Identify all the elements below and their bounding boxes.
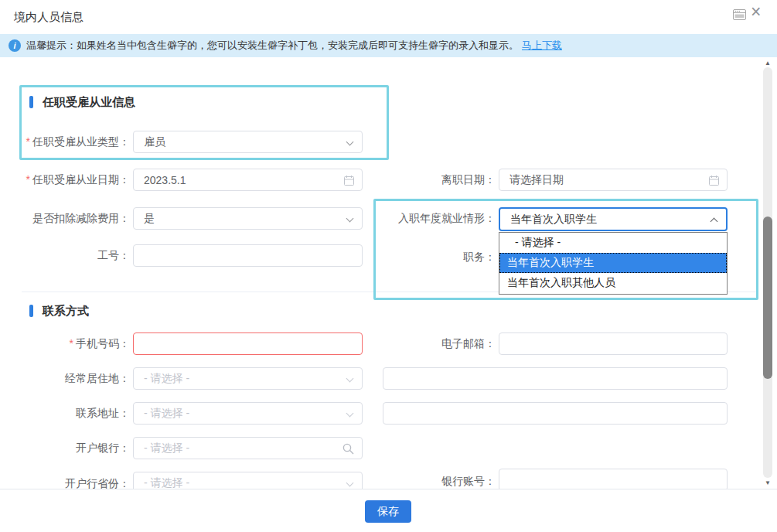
chevron-down-icon xyxy=(346,375,354,383)
calendar-icon xyxy=(708,175,720,189)
contact-address-label: 联系地址： xyxy=(15,407,130,421)
work-no-input[interactable] xyxy=(133,244,363,267)
position-label: 职务： xyxy=(371,251,496,264)
deduct-fee-value: 是 xyxy=(144,212,155,226)
employment-date-label: *任职受雇从业日期： xyxy=(15,173,130,187)
entry-year-case-select[interactable]: 当年首次入职学生 xyxy=(499,207,728,231)
deduct-fee-select[interactable]: 是 xyxy=(133,207,363,230)
entry-year-case-value: 当年首次入职学生 xyxy=(510,213,597,227)
contact-address-detail-input[interactable] xyxy=(383,402,728,425)
resign-date-input[interactable]: 请选择日期 xyxy=(499,169,728,191)
close-icon[interactable]: × xyxy=(751,3,761,21)
chevron-up-icon xyxy=(711,218,718,226)
contact-section-title: 联系方式 xyxy=(43,304,89,319)
search-icon xyxy=(342,442,355,458)
bank-province-select[interactable]: - 请选择 - xyxy=(133,472,363,489)
bank-account-input[interactable] xyxy=(499,469,728,489)
notice-text: 温馨提示：如果姓名当中包含生僻字的，您可以安装生僻字补丁包，安装完成后即可支持生… xyxy=(26,39,519,53)
contact-address-select[interactable]: - 请选择 - xyxy=(133,402,363,425)
form-scroll-area: 任职受雇从业信息 *任职受雇从业类型： 雇员 *任职受雇从业日期： 2023.5… xyxy=(0,57,777,489)
employment-date-input[interactable]: 2023.5.1 xyxy=(133,169,363,191)
email-label: 电子邮箱： xyxy=(371,337,496,351)
work-no-label: 工号： xyxy=(15,249,130,263)
bank-province-placeholder: - 请选择 - xyxy=(144,476,189,489)
employment-date-value: 2023.5.1 xyxy=(144,174,186,186)
save-button[interactable]: 保存 xyxy=(365,500,411,523)
mobile-input[interactable] xyxy=(133,332,363,355)
employment-type-label: *任职受雇从业类型： xyxy=(15,135,130,149)
dropdown-option[interactable]: - 请选择 - xyxy=(499,233,727,253)
calendar-icon xyxy=(343,175,355,189)
bank-label: 开户银行： xyxy=(15,442,130,455)
dialog-titlebar: 境内人员信息 × xyxy=(0,0,777,34)
residence-detail-input[interactable] xyxy=(383,367,728,390)
dialog-title: 境内人员信息 xyxy=(14,10,83,25)
required-asterisk: * xyxy=(26,173,30,186)
mobile-label: *手机号码： xyxy=(15,337,130,351)
bank-placeholder: - 请选择 - xyxy=(144,442,189,455)
section-bar xyxy=(29,96,33,108)
dropdown-option-selected[interactable]: 当年首次入职学生 xyxy=(499,253,727,273)
chevron-down-icon xyxy=(346,479,354,487)
deduct-fee-label: 是否扣除减除费用： xyxy=(15,212,130,226)
download-link[interactable]: 马上下载 xyxy=(522,39,562,53)
bank-search-input[interactable]: - 请选择 - xyxy=(133,437,363,459)
scroll-down-icon[interactable]: ▼ xyxy=(763,479,772,486)
residence-placeholder: - 请选择 - xyxy=(144,372,189,386)
contact-address-placeholder: - 请选择 - xyxy=(144,407,189,421)
chevron-down-icon xyxy=(346,410,354,418)
residence-select[interactable]: - 请选择 - xyxy=(133,367,363,390)
employment-type-value: 雇员 xyxy=(144,135,165,149)
email-input[interactable] xyxy=(499,332,728,355)
resign-date-placeholder: 请选择日期 xyxy=(509,173,564,187)
required-asterisk: * xyxy=(70,337,73,350)
chevron-down-icon xyxy=(346,215,354,223)
scrollbar-thumb[interactable] xyxy=(763,217,772,379)
dropdown-option[interactable]: 当年首次入职其他人员 xyxy=(499,273,727,293)
section-bar xyxy=(29,305,33,317)
notice-banner: i 温馨提示：如果姓名当中包含生僻字的，您可以安装生僻字补丁包，安装完成后即可支… xyxy=(0,34,777,57)
window-icon[interactable] xyxy=(733,9,746,23)
scroll-up-icon[interactable]: ▲ xyxy=(763,60,772,66)
employment-section-title: 任职受雇从业信息 xyxy=(43,95,135,110)
bank-province-label: 开户行省份： xyxy=(15,477,130,489)
resign-date-label: 离职日期： xyxy=(371,173,496,187)
chevron-down-icon xyxy=(346,138,354,146)
residence-label: 经常居住地： xyxy=(15,372,130,386)
dialog-domestic-personnel: 境内人员信息 × i 温馨提示：如果姓名当中包含生僻字的，您可以安装生僻字补丁包… xyxy=(0,0,777,532)
bank-account-label: 银行账号： xyxy=(371,475,496,489)
info-icon: i xyxy=(9,39,21,52)
required-asterisk: * xyxy=(26,135,30,148)
dialog-footer: 保存 xyxy=(0,489,777,532)
entry-year-case-dropdown: - 请选择 - 当年首次入职学生 当年首次入职其他人员 xyxy=(499,232,728,295)
employment-type-select[interactable]: 雇员 xyxy=(133,131,363,153)
entry-year-case-label: 入职年度就业情形： xyxy=(371,212,496,226)
